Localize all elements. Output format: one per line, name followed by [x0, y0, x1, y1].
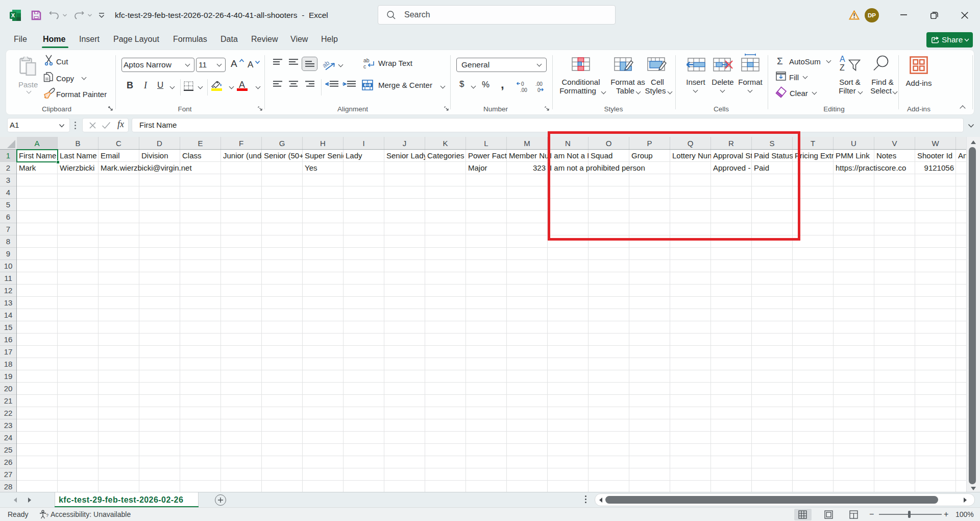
svg-text:.00: .00: [535, 81, 543, 87]
svg-text:X: X: [11, 12, 15, 18]
svg-text:0: 0: [521, 81, 524, 87]
svg-text:0: 0: [537, 87, 541, 93]
svg-text:c: c: [363, 63, 366, 69]
svg-text:ab: ab: [363, 58, 370, 63]
svg-text:.00: .00: [520, 87, 527, 93]
svg-text:?: ?: [46, 513, 48, 518]
svg-text:ab: ab: [323, 59, 331, 69]
